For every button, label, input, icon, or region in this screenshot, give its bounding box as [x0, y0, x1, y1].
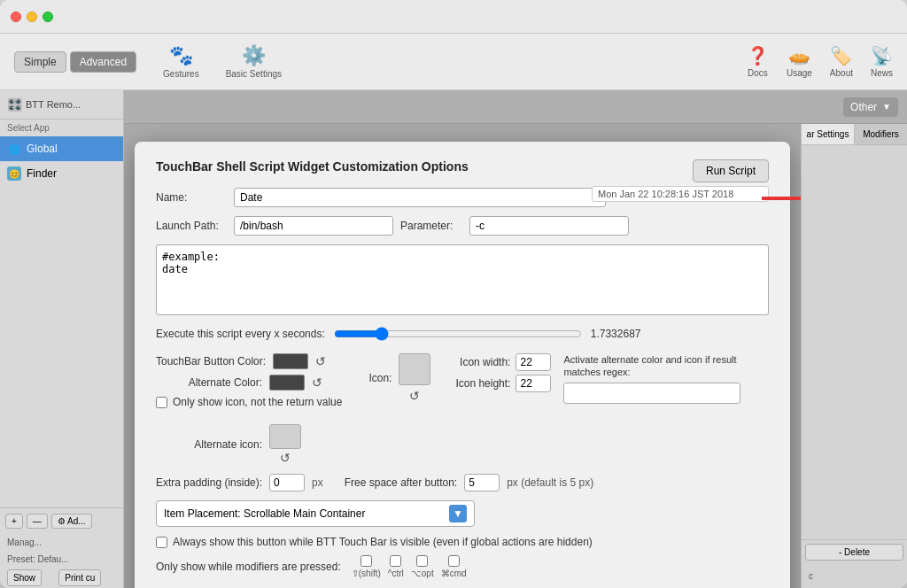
other-dropdown[interactable]: Other ▼: [843, 97, 898, 117]
parameter-input[interactable]: [469, 216, 629, 236]
free-space-input[interactable]: [464, 474, 500, 491]
close-button[interactable]: [11, 12, 21, 22]
icon-label: Icon:: [368, 372, 391, 384]
launch-path-input[interactable]: [234, 216, 393, 236]
script-textarea[interactable]: #example: date: [156, 244, 769, 315]
modifiers-row: Only show while modifiers are pressed: ⇧…: [156, 555, 769, 578]
ctrl-label: ^ctrl: [388, 569, 404, 578]
px-label-1: px: [312, 476, 323, 489]
docs-item[interactable]: ❓ Docs: [747, 45, 769, 78]
alternate-icon-refresh[interactable]: ↺: [280, 451, 291, 465]
ctrl-checkbox[interactable]: [390, 555, 401, 567]
delete-button[interactable]: - Delete: [805, 544, 903, 561]
icon-box[interactable]: [399, 353, 430, 385]
opt-checkbox[interactable]: [416, 555, 428, 567]
shift-label: ⇧(shift): [352, 569, 381, 578]
always-show-checkbox[interactable]: [156, 537, 167, 548]
middle-section: TouchBar Shell Script Widget Customizati…: [124, 124, 801, 588]
execute-slider-row: Execute this script every x seconds: 1.7…: [156, 327, 769, 341]
minimize-button[interactable]: [27, 12, 37, 22]
extra-padding-input[interactable]: [269, 474, 305, 491]
other-bar: Other ▼: [124, 90, 907, 124]
alternate-color-swatch[interactable]: [269, 375, 305, 391]
name-input[interactable]: [234, 188, 606, 207]
tab-bar-settings[interactable]: ar Settings: [802, 124, 855, 144]
icon-refresh-icon[interactable]: ↺: [409, 389, 420, 403]
alternate-icon-label: Alternate icon:: [156, 438, 262, 451]
slider-value: 1.7332687: [591, 328, 641, 340]
activate-label: Activate alternate color and icon if res…: [563, 353, 740, 379]
question-icon: ❓: [747, 45, 769, 66]
icon-dimensions: Icon width: Icon height:: [448, 353, 551, 392]
alternate-color-reset-icon[interactable]: ↺: [312, 375, 322, 390]
placement-label: Item Placement: Scrollable Main Containe…: [164, 507, 365, 520]
about-item[interactable]: 🏷️ About: [830, 45, 853, 78]
tab-simple[interactable]: Simple: [14, 51, 66, 73]
touchbar-color-reset-icon[interactable]: ↺: [315, 354, 326, 368]
touchbar-color-swatch[interactable]: [273, 353, 308, 369]
cmd-checkbox[interactable]: [448, 555, 460, 567]
finder-icon: 😊: [7, 166, 21, 181]
only-icon-label: Only show icon, not the return value: [173, 396, 342, 408]
run-script-result: Mon Jan 22 10:28:16 JST 2018: [592, 186, 769, 202]
execute-slider[interactable]: [334, 327, 582, 341]
sidebar-bottom-actions: + — ⚙ Ad...: [0, 507, 123, 534]
add-action-button[interactable]: ⚙ Ad...: [51, 514, 92, 529]
modifier-shift: ⇧(shift): [352, 555, 381, 578]
tab-advanced[interactable]: Advanced: [70, 51, 136, 73]
toolbar-tabs: Simple Advanced: [14, 51, 136, 73]
placement-arrow-icon: ▼: [449, 505, 467, 522]
icon-section: Icon: ↺: [368, 353, 430, 403]
news-item[interactable]: 📡 News: [871, 45, 893, 78]
show-button[interactable]: Show: [7, 569, 42, 586]
traffic-lights: [11, 12, 53, 22]
gestures-icon-group[interactable]: 🐾 Gestures: [163, 44, 199, 79]
modal-overlay: TouchBar Shell Script Widget Customizati…: [124, 124, 801, 588]
sidebar-item-global[interactable]: 🌐 Global: [0, 136, 123, 161]
only-icon-row: Only show icon, not the return value: [156, 396, 342, 408]
execute-label: Execute this script every x seconds:: [156, 328, 325, 340]
touchbar-color-row: TouchBar Button Color: ↺: [156, 353, 342, 369]
alternate-color-row: Alternate Color: ↺: [156, 375, 342, 391]
icon-height-input[interactable]: [516, 375, 551, 392]
settings-note: c: [802, 564, 907, 588]
print-button[interactable]: Print cu: [58, 569, 101, 586]
maximize-button[interactable]: [43, 12, 53, 22]
icon-height-row: Icon height:: [448, 375, 551, 392]
dropdown-arrow-icon: ▼: [882, 102, 891, 112]
docs-label: Docs: [748, 68, 768, 78]
icon-width-row: Icon width:: [448, 353, 551, 371]
sidebar-item-finder[interactable]: 😊 Finder: [0, 161, 123, 186]
extra-padding-label: Extra padding (inside):: [156, 476, 262, 489]
tab-modifiers[interactable]: Modifiers: [855, 124, 907, 144]
add-button[interactable]: +: [5, 514, 23, 529]
modifier-ctrl: ^ctrl: [388, 555, 404, 578]
remove-button[interactable]: —: [27, 514, 48, 529]
basic-settings-label: Basic Settings: [226, 69, 282, 79]
run-script-button[interactable]: Run Script: [693, 159, 769, 182]
always-show-row: Always show this button while BTT Touch …: [156, 536, 769, 548]
cmd-label: ⌘cmd: [441, 569, 467, 578]
tag-icon: 🏷️: [830, 45, 852, 66]
right-panel: Other ▼ TouchBar Shell Script Widget Cus…: [124, 90, 907, 588]
news-label: News: [871, 68, 893, 78]
global-icon: 🌐: [7, 142, 21, 156]
only-show-label: Only show while modifiers are pressed:: [156, 561, 341, 573]
toolbar: Simple Advanced 🐾 Gestures ⚙️ Basic Sett…: [0, 34, 907, 90]
always-show-label: Always show this button while BTT Touch …: [173, 536, 593, 548]
padding-row: Extra padding (inside): px Free space af…: [156, 474, 769, 491]
usage-item[interactable]: 🥧 Usage: [787, 45, 812, 78]
gestures-label: Gestures: [163, 69, 199, 79]
regex-input[interactable]: [563, 383, 740, 404]
other-label: Other: [850, 101, 877, 113]
basic-settings-icon-group[interactable]: ⚙️ Basic Settings: [226, 44, 282, 79]
sidebar: 🎛️ BTT Remo... Select App 🌐 Global 😊 Fin…: [0, 90, 124, 588]
icon-width-input[interactable]: [516, 353, 551, 371]
titlebar: [0, 0, 907, 34]
placement-select[interactable]: Item Placement: Scrollable Main Containe…: [156, 500, 475, 527]
alternate-icon-box[interactable]: [269, 424, 301, 449]
shift-checkbox[interactable]: [360, 555, 372, 567]
launch-path-label: Launch Path:: [156, 220, 227, 232]
only-icon-checkbox[interactable]: [156, 397, 167, 408]
sidebar-header: 🎛️ BTT Remo...: [0, 90, 123, 120]
